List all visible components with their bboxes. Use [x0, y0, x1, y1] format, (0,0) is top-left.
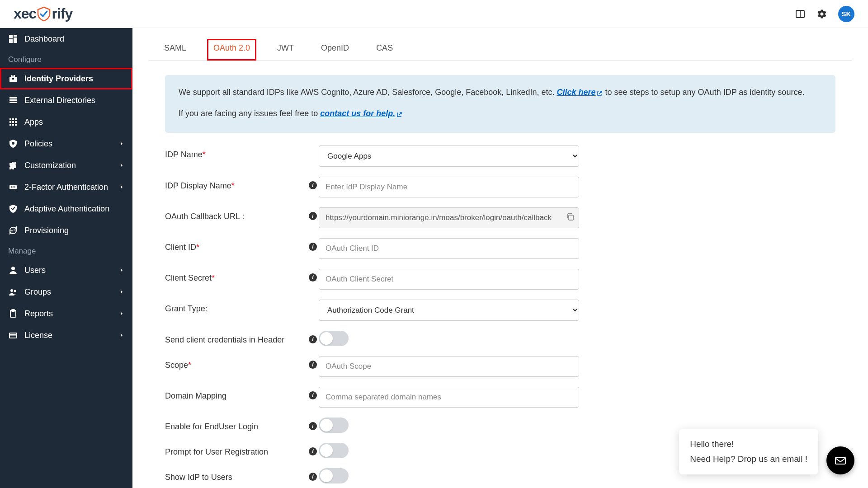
sidebar-item-users[interactable]: Users [0, 259, 132, 281]
info-icon[interactable]: i [309, 181, 317, 189]
chat-line1: Hello there! [690, 437, 807, 451]
scope-input[interactable] [319, 356, 579, 377]
svg-rect-11 [12, 118, 14, 120]
header-actions: SK [795, 6, 854, 22]
svg-rect-1 [9, 35, 13, 38]
domain-mapping-label: Domain Mapping [165, 391, 309, 401]
sidebar-item-provisioning[interactable]: Provisioning [0, 220, 132, 241]
chevron-right-icon [119, 183, 124, 192]
sidebar-item-groups[interactable]: Groups [0, 281, 132, 303]
chevron-right-icon [119, 161, 124, 170]
sidebar-item-dashboard[interactable]: Dashboard [0, 28, 132, 50]
svg-rect-16 [9, 124, 11, 126]
prompt-reg-toggle[interactable] [319, 443, 349, 458]
idp-display-label: IDP Display Name [165, 181, 231, 190]
sidebar-label: External Directories [24, 96, 95, 105]
sidebar-label: Identity Providers [24, 74, 93, 84]
sidebar-item-customization[interactable]: Customization [0, 155, 132, 176]
sidebar-label: Reports [24, 309, 53, 319]
client-id-label: Client ID [165, 243, 196, 252]
brand-logo: xec rify [14, 5, 72, 22]
click-here-link[interactable]: Click here [557, 88, 603, 97]
sidebar-label: Policies [24, 139, 52, 149]
sidebar-item-adaptive-auth[interactable]: Adaptive Authentication [0, 198, 132, 220]
svg-rect-30 [835, 457, 845, 464]
sidebar-label: Users [24, 266, 46, 275]
sidebar: Dashboard Configure Identity Providers E… [0, 28, 132, 488]
info-icon[interactable]: i [309, 391, 317, 399]
tab-cas[interactable]: CAS [370, 39, 399, 60]
external-link-icon [596, 88, 603, 101]
svg-rect-17 [12, 124, 14, 126]
tab-openid[interactable]: OpenID [315, 39, 355, 60]
protocol-tabs: SAML OAuth 2.0 JWT OpenID CAS [149, 31, 852, 61]
sidebar-item-external-directories[interactable]: External Directories [0, 89, 132, 111]
info-text: We support all standard IDPs like AWS Co… [179, 88, 557, 97]
copy-icon[interactable] [566, 213, 575, 223]
sidebar-section-manage: Manage [0, 241, 132, 259]
svg-rect-15 [15, 121, 17, 123]
sidebar-item-apps[interactable]: Apps [0, 111, 132, 133]
groups-icon [8, 287, 18, 297]
contact-help-link[interactable]: contact us for help. [320, 109, 402, 118]
tab-jwt[interactable]: JWT [271, 39, 300, 60]
sidebar-item-reports[interactable]: Reports [0, 303, 132, 324]
idp-name-select[interactable]: Google Apps [319, 145, 579, 167]
svg-text:123: 123 [11, 186, 16, 188]
info-icon[interactable]: i [309, 335, 317, 343]
send-creds-toggle[interactable] [319, 331, 349, 346]
chat-line2: Need Help? Drop us an email ! [690, 452, 807, 466]
tab-oauth[interactable]: OAuth 2.0 [207, 39, 256, 61]
svg-rect-10 [9, 118, 11, 120]
card-icon [8, 330, 18, 340]
chevron-right-icon [119, 287, 124, 297]
enable-enduser-toggle[interactable] [319, 418, 349, 433]
chevron-right-icon [119, 266, 124, 275]
otp-icon: 123 [8, 182, 18, 192]
domain-mapping-input[interactable] [319, 387, 579, 408]
client-id-input[interactable] [319, 238, 579, 259]
svg-rect-18 [15, 124, 17, 126]
show-idp-toggle[interactable] [319, 468, 349, 483]
svg-rect-13 [9, 121, 11, 123]
chevron-right-icon [119, 331, 124, 340]
info-icon[interactable]: i [309, 422, 317, 430]
sidebar-item-policies[interactable]: Policies [0, 133, 132, 155]
chat-button[interactable] [826, 446, 854, 474]
sidebar-label: Dashboard [24, 34, 64, 44]
docs-icon[interactable] [795, 9, 806, 19]
info-icon[interactable]: i [309, 447, 317, 455]
sidebar-section-configure: Configure [0, 50, 132, 68]
gear-icon[interactable] [816, 9, 827, 19]
sidebar-item-2fa[interactable]: 123 2-Factor Authentication [0, 176, 132, 198]
sidebar-label: Groups [24, 287, 51, 297]
show-idp-label: Show IdP to Users [165, 473, 309, 482]
idp-display-input[interactable] [319, 177, 579, 197]
info-icon[interactable]: i [309, 361, 317, 369]
user-avatar[interactable]: SK [838, 6, 854, 22]
scope-label: Scope [165, 361, 188, 370]
client-secret-input[interactable] [319, 269, 579, 290]
prompt-reg-label: Prompt for User Registration [165, 447, 309, 457]
sidebar-label: Adaptive Authentication [24, 204, 109, 214]
send-creds-label: Send client credentials in Header [165, 335, 309, 345]
sidebar-label: License [24, 331, 52, 340]
sidebar-item-identity-providers[interactable]: Identity Providers [0, 68, 132, 89]
info-icon[interactable]: i [309, 273, 317, 282]
client-secret-label: Client Secret [165, 273, 212, 282]
user-icon [8, 265, 18, 275]
info-icon[interactable]: i [309, 243, 317, 251]
callback-url-input[interactable] [319, 207, 579, 228]
info-icon[interactable]: i [309, 212, 317, 220]
info-icon[interactable]: i [309, 473, 317, 481]
tab-saml[interactable]: SAML [158, 39, 193, 60]
sidebar-item-license[interactable]: License [0, 324, 132, 346]
svg-rect-4 [9, 39, 13, 43]
apps-icon [8, 117, 18, 127]
enable-enduser-label: Enable for EndUser Login [165, 422, 309, 432]
main-content: SAML OAuth 2.0 JWT OpenID CAS We support… [132, 28, 868, 488]
grant-type-select[interactable]: Authorization Code Grant [319, 300, 579, 321]
sync-icon [8, 225, 18, 235]
info-text: If you are facing any issues feel free t… [179, 109, 320, 118]
sidebar-label: 2-Factor Authentication [24, 183, 108, 192]
